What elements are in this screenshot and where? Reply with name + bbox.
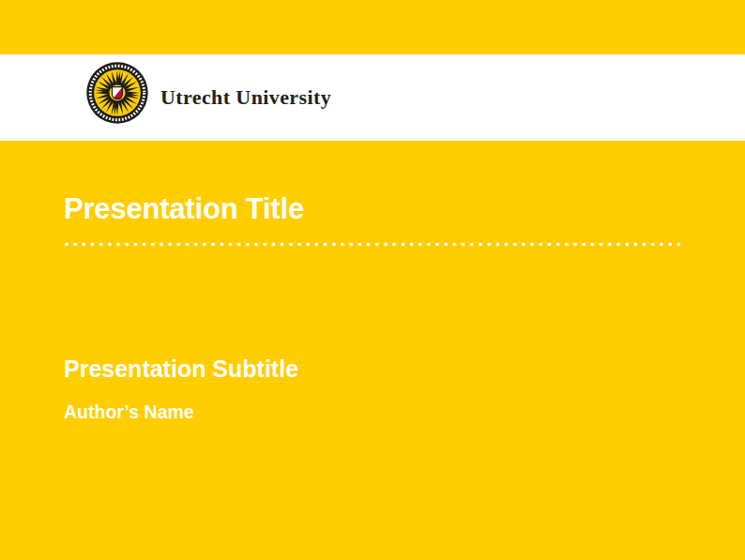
presentation-subtitle: Presentation Subtitle [64, 356, 298, 383]
dotted-divider [64, 241, 685, 248]
utrecht-university-logo-icon [85, 61, 149, 125]
presentation-slide: Utrecht University Presentation Title Pr… [0, 0, 745, 560]
shield-icon [112, 87, 122, 99]
header-band: Utrecht University [0, 54, 745, 141]
author-name: Author’s Name [64, 401, 194, 423]
university-wordmark: Utrecht University [160, 54, 331, 141]
presentation-title: Presentation Title [64, 192, 304, 226]
